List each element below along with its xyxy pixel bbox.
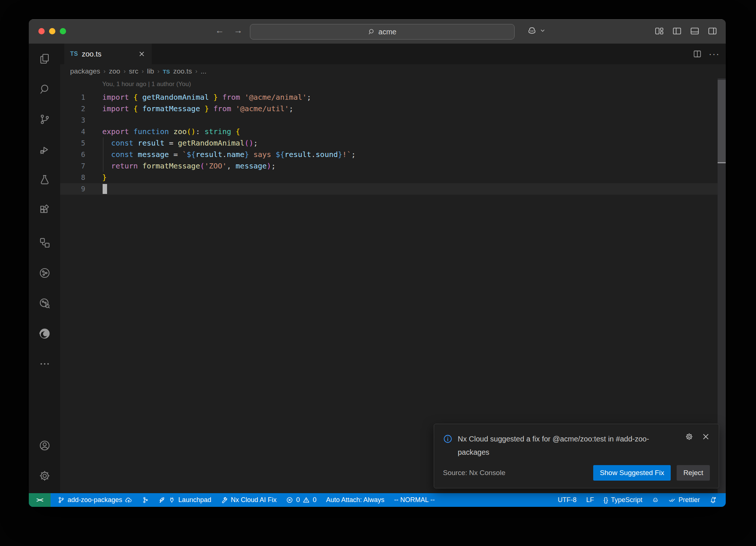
forward-icon[interactable]: → [234, 25, 243, 35]
activity-source-control[interactable] [29, 104, 60, 134]
tab-bar: TS zoo.ts ··· [60, 44, 726, 64]
show-suggested-fix-button[interactable]: Show Suggested Fix [593, 465, 671, 481]
tab-zoo-ts[interactable]: TS zoo.ts [64, 44, 152, 64]
minimize-window-button[interactable] [49, 28, 55, 34]
status-label: LF [586, 496, 594, 504]
statusbar-item-problems[interactable]: 00 [282, 493, 320, 507]
code-line-5[interactable]: 5 const result = getRandomAnimal(); [60, 137, 726, 149]
toggle-panel-icon[interactable] [690, 26, 700, 36]
activity-explorer[interactable] [29, 44, 60, 74]
activity-extensions[interactable] [29, 195, 60, 225]
line-content: const message = `${result.name} says ${r… [102, 149, 355, 160]
traffic-lights [38, 28, 66, 34]
statusbar-item-launchpad[interactable]: Launchpad [154, 493, 215, 507]
err-icon [286, 496, 293, 504]
code-line-8[interactable]: 8} [60, 172, 726, 183]
breadcrumb-separator: › [142, 68, 144, 75]
line-number: 6 [60, 149, 85, 160]
code-line-9[interactable]: 9 [60, 183, 726, 195]
edge-browser-icon [38, 327, 51, 340]
git-blame-annotation[interactable]: You, 1 hour ago | 1 author (You) [102, 81, 191, 88]
code-line-3[interactable]: 3 [60, 115, 726, 126]
line-number: 5 [60, 137, 85, 149]
statusbar-item-prettier[interactable]: Prettier [664, 493, 704, 507]
toggle-secondary-sidebar-icon[interactable] [707, 26, 718, 36]
notification-source: Source: Nx Console [443, 469, 505, 477]
activity-search[interactable] [29, 74, 60, 104]
copilot-menu[interactable] [526, 25, 546, 36]
typescript-file-icon: TS [70, 51, 78, 57]
wrench-icon [221, 496, 228, 504]
statusbar-item-notifications[interactable] [705, 493, 721, 507]
statusbar-item-language[interactable]: {}TypeScript [599, 493, 646, 507]
remote-indicator[interactable]: >< [29, 493, 51, 507]
title-bar: ← → acme [29, 19, 726, 44]
statusbar-item-branch[interactable]: add-zoo-packages [54, 493, 136, 507]
activity-nx-project-graph[interactable] [29, 288, 60, 318]
breadcrumb-item-lib[interactable]: lib [147, 67, 154, 75]
activity-remote-explorer[interactable] [29, 228, 60, 258]
cloud-up-icon [125, 496, 132, 504]
breadcrumb-item-packages[interactable]: packages [70, 67, 100, 75]
notification-message: Nx Cloud suggested a fix for @acme/zoo:t… [458, 432, 679, 459]
statusbar-item-copilot[interactable] [648, 493, 663, 507]
graph-icon [142, 496, 149, 504]
code-line-2[interactable]: 2import { formatMessage } from '@acme/ut… [60, 103, 726, 115]
breadcrumb-item-zoo[interactable]: zoo [109, 67, 120, 75]
typescript-file-icon[interactable]: TS [163, 68, 170, 75]
editor-more-actions-icon[interactable]: ··· [709, 52, 720, 56]
statusbar-item-nx-cloud-ai-fix[interactable]: Nx Cloud AI Fix [217, 493, 281, 507]
activity-edge-browser[interactable] [29, 318, 60, 349]
line-content: import { getRandomAnimal } from '@acme/a… [102, 92, 311, 103]
rocket-icon [158, 496, 165, 504]
code-lines: 1import { getRandomAnimal } from '@acme/… [60, 92, 726, 195]
nx-graph-search-icon [38, 297, 51, 310]
activity-more[interactable] [29, 349, 60, 379]
code-line-6[interactable]: 6 const message = `${result.name} says $… [60, 149, 726, 160]
extensions-icon [38, 204, 51, 216]
activity-testing[interactable] [29, 165, 60, 195]
settings-button[interactable] [29, 461, 60, 491]
statusbar-item-encoding[interactable]: UTF-8 [554, 493, 581, 507]
code-line-7[interactable]: 7 return formatMessage('ZOO', message); [60, 160, 726, 172]
split-editor-icon[interactable] [693, 49, 702, 59]
breadcrumb-item-file[interactable]: zoo.ts [173, 67, 192, 75]
line-content: } [102, 172, 107, 183]
notification-close-icon[interactable] [702, 433, 710, 441]
code-line-1[interactable]: 1import { getRandomAnimal } from '@acme/… [60, 92, 726, 103]
line-number: 3 [60, 115, 85, 126]
breadcrumb-separator: › [157, 68, 159, 75]
chevron-down-icon [540, 28, 546, 34]
status-label: -- NORMAL -- [394, 496, 434, 504]
breadcrumb-item-src[interactable]: src [129, 67, 138, 75]
back-icon[interactable]: ← [215, 25, 224, 35]
breadcrumb-overflow[interactable]: ... [201, 67, 207, 75]
toggle-primary-sidebar-icon[interactable] [672, 26, 682, 36]
activity-run-debug[interactable] [29, 134, 60, 165]
account-button[interactable] [29, 430, 60, 461]
customize-layout-icon[interactable] [654, 26, 664, 36]
branch-icon [58, 496, 65, 504]
dcheck-icon [669, 496, 676, 504]
copilot-icon [652, 496, 659, 504]
run-debug-icon [38, 143, 51, 156]
line-number: 9 [60, 183, 85, 195]
reject-button[interactable]: Reject [677, 465, 710, 481]
close-tab-icon[interactable] [138, 50, 146, 58]
statusbar-item-auto-attach[interactable]: Auto Attach: Always [322, 493, 388, 507]
line-content: const result = getRandomAnimal(); [102, 137, 258, 149]
editor-scrollbar-slider[interactable] [718, 80, 726, 162]
activity-nx-console[interactable] [29, 258, 60, 288]
plug-icon [168, 496, 175, 504]
command-center-search[interactable]: acme [250, 24, 515, 40]
statusbar-item-eol[interactable]: LF [582, 493, 598, 507]
notification-settings-gear-icon[interactable] [685, 432, 694, 441]
close-window-button[interactable] [38, 28, 45, 34]
statusbar-item-vim-mode[interactable]: -- NORMAL -- [390, 493, 439, 507]
code-line-4[interactable]: 4export function zoo(): string { [60, 126, 726, 137]
line-content: export function zoo(): string { [102, 126, 240, 137]
status-label: TypeScript [611, 496, 642, 504]
zoom-window-button[interactable] [60, 28, 66, 34]
status-label: 0 [313, 496, 316, 504]
statusbar-item-source-control-graph[interactable] [138, 493, 153, 507]
